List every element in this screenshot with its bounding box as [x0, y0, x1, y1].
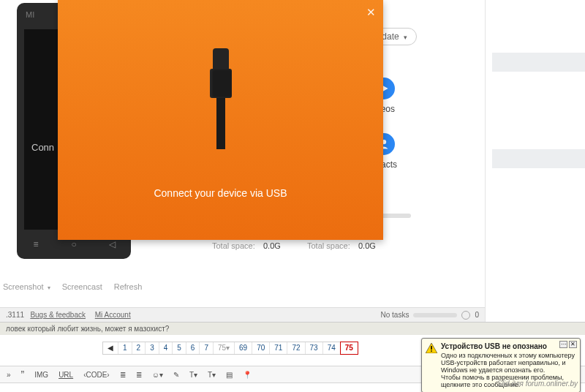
- page-link[interactable]: 6: [186, 342, 200, 354]
- block-icon[interactable]: ▤: [224, 371, 235, 379]
- quote-icon[interactable]: [19, 369, 27, 380]
- svg-rect-1: [431, 346, 432, 350]
- sidebar-block: [492, 149, 585, 168]
- home-icon: ○: [68, 238, 80, 250]
- storage-a-value: 0.0G: [263, 241, 281, 250]
- text-color-button[interactable]: T▾: [187, 371, 200, 379]
- page-link[interactable]: 73: [306, 342, 323, 354]
- page-current: 75: [340, 342, 358, 355]
- img-button[interactable]: IMG: [32, 371, 50, 379]
- task-progress: [413, 313, 457, 317]
- location-icon[interactable]: 📍: [241, 371, 254, 379]
- pagination: ◀ 1 2 3 4 5 6 7 75▾ 69 70 71 72 73 74 75: [102, 342, 358, 355]
- app-footer: .3111 Bugs & feedback Mi Account No task…: [0, 307, 485, 322]
- page-jump[interactable]: 75▾: [214, 342, 235, 354]
- url-button[interactable]: URL: [56, 371, 75, 379]
- watermark-text: Slid для forum.onliner.by: [497, 380, 578, 388]
- chevron-down-icon: ▾: [48, 284, 50, 291]
- chevron-down-icon: ▾: [404, 34, 407, 41]
- balloon-body: Одно из подключенных к этому компьютеру …: [441, 352, 575, 374]
- forum-quote-line: ловек который любит жизнь, может я мазох…: [0, 322, 585, 335]
- storage-a-label: Total space:: [212, 241, 255, 250]
- gear-icon[interactable]: [461, 311, 470, 320]
- text-size-button[interactable]: T▾: [205, 371, 218, 379]
- page-prev[interactable]: ◀: [103, 342, 118, 354]
- more-icon[interactable]: »: [4, 371, 13, 379]
- close-icon[interactable]: ✕: [366, 6, 376, 19]
- connect-modal: ✕ Connect your device via USB: [58, 0, 383, 240]
- code-button[interactable]: ‹CODE›: [81, 371, 112, 379]
- account-link[interactable]: Mi Account: [95, 311, 131, 319]
- warning-icon: [426, 343, 437, 353]
- back-icon: ◁: [106, 238, 118, 250]
- balloon-help-icon[interactable]: ⋯: [559, 341, 567, 348]
- balloon-controls: ⋯ ✕: [559, 341, 577, 348]
- storage-b-label: Total space:: [307, 241, 350, 250]
- sidebar-block: [492, 53, 585, 72]
- page-link[interactable]: 5: [173, 342, 186, 354]
- phone-brand: MI: [26, 10, 34, 19]
- page-link[interactable]: 70: [252, 342, 270, 354]
- browser-sidebar: [485, 0, 585, 322]
- page-link[interactable]: 7: [200, 342, 214, 354]
- no-tasks-label: No tasks: [381, 311, 410, 319]
- list-ordered-icon[interactable]: ≣: [134, 371, 144, 379]
- page-link[interactable]: 4: [159, 342, 173, 354]
- balloon-close-icon[interactable]: ✕: [569, 341, 577, 348]
- modal-message: Connect your device via USB: [58, 187, 383, 199]
- svg-rect-2: [431, 350, 432, 352]
- storage-b-value: 0.0G: [358, 241, 376, 250]
- page-link[interactable]: 71: [270, 342, 287, 354]
- emoji-button[interactable]: ☺▾: [150, 371, 165, 379]
- list-icon[interactable]: ≣: [118, 371, 128, 379]
- page-link[interactable]: 69: [235, 342, 252, 354]
- phone-screen-text: Conn: [31, 142, 54, 153]
- page-link[interactable]: 3: [146, 342, 159, 354]
- page-link[interactable]: 72: [287, 342, 305, 354]
- menu-icon: ≡: [30, 238, 42, 250]
- draw-icon[interactable]: ✎: [171, 371, 181, 379]
- version-text: .3111: [6, 311, 24, 319]
- page-link[interactable]: 2: [132, 342, 146, 354]
- page-link[interactable]: 1: [118, 342, 132, 354]
- screencast-link[interactable]: Screencast: [62, 282, 102, 291]
- task-count: 0: [475, 311, 479, 319]
- phone-nav: ≡ ○ ◁: [17, 238, 131, 250]
- screenshot-link[interactable]: Screenshot ▾: [3, 282, 50, 291]
- page-link[interactable]: 74: [323, 342, 341, 354]
- usb-plug-icon: [210, 48, 232, 151]
- refresh-link[interactable]: Refresh: [114, 282, 143, 291]
- bugs-link[interactable]: Bugs & feedback: [30, 311, 86, 319]
- balloon-title: Устройство USB не опознано: [441, 342, 575, 350]
- device-tools: Screenshot ▾ Screencast Refresh: [0, 282, 142, 291]
